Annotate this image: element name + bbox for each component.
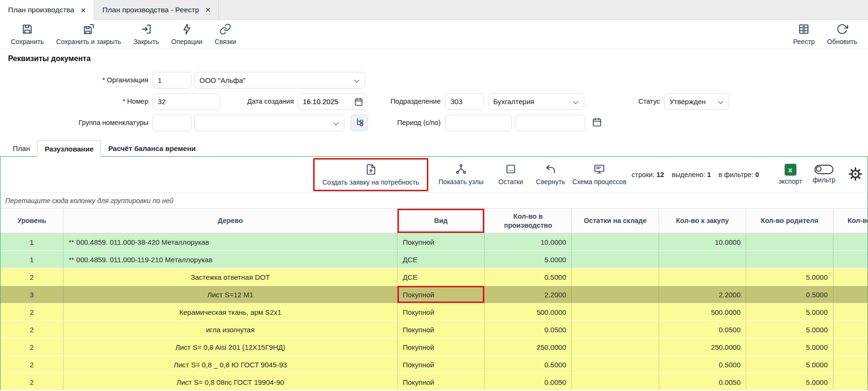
organization-select[interactable]: ООО "Альфа" (194, 72, 365, 89)
cell-qty-production[interactable]: 0.0500 (485, 321, 572, 338)
cell-tree[interactable]: Лист S=12 М1 (63, 286, 398, 303)
cell-type[interactable]: Покупной (398, 286, 485, 303)
cell-qty-parent[interactable]: 5.0000 (746, 373, 833, 390)
refresh-button[interactable]: Обновить (821, 21, 863, 48)
window-tab-production-plan-registry[interactable]: План производства - Реестр × (94, 0, 219, 19)
cell-qty-production[interactable]: 2.2000 (485, 286, 572, 303)
cell-qty-purchase[interactable]: 0.5000 (659, 356, 746, 373)
cell-qty-purchase[interactable]: 0.0500 (659, 321, 746, 338)
nomenclature-group-select[interactable] (194, 115, 344, 131)
cell-qty-parent[interactable]: 5.0000 (746, 338, 833, 356)
cell-type[interactable]: Покупной (398, 303, 485, 321)
cell-level[interactable]: 3 (0, 286, 63, 303)
cell-qty-production[interactable]: 500.0000 (485, 303, 572, 321)
column-header-qty-purchase[interactable]: Кол-во к закупу (659, 209, 746, 233)
cell-type[interactable]: Покупной (398, 373, 485, 390)
column-header-qty-extra[interactable]: Кол-во (833, 209, 868, 233)
cell-tree[interactable]: ** 000.4859. 011.000-119-210 Металлорука… (63, 251, 398, 268)
cell-qty-parent[interactable]: 5.0000 (746, 303, 833, 321)
cell-qty-extra[interactable] (833, 233, 868, 251)
registry-button[interactable]: Реестр (787, 21, 821, 48)
cell-stock[interactable] (572, 321, 659, 338)
column-header-qty-production[interactable]: Кол-во в производство (485, 209, 572, 233)
column-header-type[interactable]: Вид (398, 209, 485, 233)
save-and-close-button[interactable]: Сохранить и закрыть (50, 21, 127, 48)
tab-time-balance[interactable]: Расчёт баланса времени (101, 140, 203, 156)
cell-qty-extra[interactable] (833, 338, 868, 356)
cell-qty-production[interactable]: 0.0050 (485, 373, 572, 390)
cell-qty-production[interactable]: 0.5000 (485, 356, 572, 373)
table-row[interactable]: 2 Лист S= 0,8 Aisi 201 (12Х15Г9НД) Покуп… (0, 338, 868, 356)
organization-code-input[interactable] (153, 72, 191, 89)
cell-qty-purchase[interactable]: 500.0000 (659, 303, 746, 321)
cell-qty-parent[interactable]: 5.0000 (746, 321, 833, 338)
cell-qty-purchase[interactable]: 250.0000 (659, 338, 746, 356)
department-code-input[interactable] (445, 93, 484, 110)
collapse-button[interactable]: Свернуть (531, 159, 570, 189)
cell-stock[interactable] (572, 251, 659, 268)
table-row[interactable]: 2 Лист S= 0,8 08пс ГОСТ 19904-90 Покупно… (0, 373, 868, 390)
column-header-tree[interactable]: Дерево (63, 209, 398, 233)
window-tab-production-plan[interactable]: План производства × (0, 0, 94, 20)
cell-stock[interactable] (572, 356, 659, 373)
cell-qty-production[interactable]: 5.0000 (485, 251, 572, 268)
period-from-input[interactable] (445, 115, 512, 131)
group-by-hint[interactable]: Перетащите сюда колонку для группировки … (0, 193, 868, 209)
cell-level[interactable]: 2 (0, 373, 63, 390)
cell-qty-extra[interactable] (833, 303, 868, 321)
cell-level[interactable]: 2 (0, 356, 63, 373)
cell-level[interactable]: 2 (0, 321, 63, 338)
cell-qty-parent[interactable] (746, 233, 833, 251)
cell-stock[interactable] (572, 286, 659, 303)
filter-toggle-button[interactable]: фильтр (809, 159, 839, 189)
table-row[interactable]: 2 Лист S= 0,8 _ 0,8 Ю ГОСТ 9045-93 Покуп… (0, 356, 868, 373)
cell-qty-extra[interactable] (833, 356, 868, 373)
cell-qty-parent[interactable] (746, 251, 833, 268)
settings-gear-button[interactable] (848, 167, 863, 182)
cell-qty-purchase[interactable]: 0.0050 (659, 373, 746, 390)
column-header-level[interactable]: Уровень (0, 209, 63, 233)
cell-qty-production[interactable]: 10.0000 (485, 233, 572, 251)
save-button[interactable]: Сохранить (5, 21, 50, 48)
close-tab-icon[interactable]: × (205, 5, 210, 14)
cell-type[interactable]: Покупной (398, 356, 485, 373)
cell-tree[interactable]: ** 000.4859. 011.000-38-420 Металлорукав (63, 233, 398, 251)
status-select[interactable]: Утвержден (664, 93, 729, 110)
cell-type[interactable]: Покупной (398, 233, 485, 251)
show-nodes-button[interactable]: Показать узлы (434, 159, 488, 189)
cell-level[interactable]: 1 (0, 251, 63, 268)
cell-stock[interactable] (572, 268, 659, 286)
cell-qty-extra[interactable] (833, 321, 868, 338)
export-excel-button[interactable]: x экспорт (777, 159, 804, 189)
cell-qty-parent[interactable]: 0.5000 (746, 286, 833, 303)
cell-tree[interactable]: игла изогнутая (63, 321, 398, 338)
cell-level[interactable]: 1 (0, 233, 63, 251)
cell-stock[interactable] (572, 303, 659, 321)
table-row[interactable]: 2 Керамическая ткань, арм S2x1 Покупной … (0, 303, 868, 321)
table-row[interactable]: 1 ** 000.4859. 011.000-38-420 Металлорук… (0, 233, 868, 251)
cell-stock[interactable] (572, 338, 659, 356)
tab-breakdown[interactable]: Разузлование (37, 140, 101, 157)
column-header-stock[interactable]: Остатки на складе (572, 209, 659, 233)
close-tab-icon[interactable]: × (81, 6, 86, 15)
cell-tree[interactable]: Лист S= 0,8 08пс ГОСТ 19904-90 (63, 373, 398, 390)
cell-qty-extra[interactable] (833, 251, 868, 268)
cell-qty-parent[interactable]: 5.0000 (746, 268, 833, 286)
cell-type[interactable]: Покупной (398, 338, 485, 356)
cell-qty-purchase[interactable] (659, 268, 746, 286)
cell-tree[interactable]: Лист S= 0,8 _ 0,8 Ю ГОСТ 9045-93 (63, 356, 398, 373)
table-row[interactable]: 2 Застежка ответная DOT ДСЕ 0.5000 5.000… (0, 268, 868, 286)
cell-level[interactable]: 2 (0, 303, 63, 321)
cell-level[interactable]: 2 (0, 338, 63, 356)
cell-tree[interactable]: Керамическая ткань, арм S2x1 (63, 303, 398, 321)
cell-qty-purchase[interactable]: 10.0000 (659, 233, 746, 251)
cell-qty-extra[interactable] (833, 373, 868, 390)
cell-qty-extra[interactable] (833, 286, 868, 303)
cell-tree[interactable]: Лист S= 0,8 Aisi 201 (12Х15Г9НД) (63, 338, 398, 356)
department-select[interactable]: Бухгалтерия (488, 93, 584, 110)
period-to-input[interactable] (515, 115, 585, 131)
process-schema-button[interactable]: Схема процессов (569, 159, 630, 189)
cell-qty-purchase[interactable]: 2.2000 (659, 286, 746, 303)
close-button[interactable]: Закрыть (127, 21, 165, 48)
operations-button[interactable]: Операции (165, 21, 209, 48)
